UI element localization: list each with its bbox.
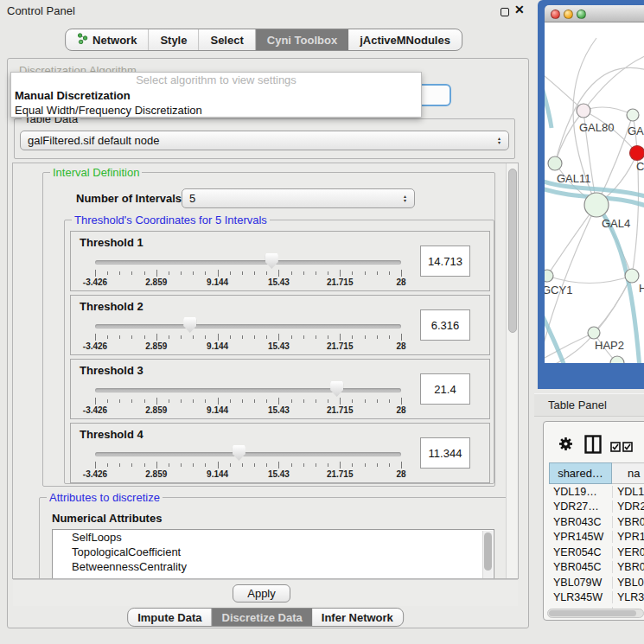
minimize-traffic-light-icon[interactable] [564,10,573,19]
select-columns-a-icon[interactable] [610,440,621,456]
dropdown-option-manual-discretization[interactable]: Manual Discretization [11,88,421,103]
tab-select[interactable]: Select [198,29,254,50]
cell-name[interactable]: YBR0 [612,561,644,573]
settings-gear-icon[interactable] [558,436,574,456]
cell-name[interactable]: YBR0 [612,516,644,528]
network-node-GCY1[interactable] [545,270,553,282]
attribute-item-topologicalcoefficient[interactable]: TopologicalCoefficient [53,545,494,559]
column-layout-icon[interactable] [584,435,602,457]
column-header-shared[interactable]: shared… [549,462,612,484]
table-row[interactable]: YDL19…YDL1 [549,484,644,500]
table-row[interactable]: YLR345WYLR3 [549,590,644,606]
cell-shared-name[interactable]: YDR27… [549,501,612,513]
cell-shared-name[interactable]: YPR145W [549,531,612,543]
network-view-window[interactable]: GAL80GACGAL11GAL4GCY1HHAP2 [538,0,644,389]
attribute-item-betweennesscentrality[interactable]: BetweennessCentrality [53,559,494,574]
tab-cyni-toolbox[interactable]: Cyni Toolbox [255,29,348,50]
tab-label: Cyni Toolbox [267,34,337,47]
network-node-GAL80[interactable] [577,104,590,118]
network-node-HAP2[interactable] [588,327,600,339]
slider-track[interactable] [95,452,401,456]
horizontal-scrollbar[interactable] [547,609,644,618]
cell-shared-name[interactable]: YLR345W [549,591,612,603]
cell-shared-name[interactable]: YDL19… [549,486,612,498]
network-canvas[interactable]: GAL80GACGAL11GAL4GCY1HHAP2 [545,22,644,363]
cell-name[interactable]: YDL1 [612,486,644,498]
table-row[interactable]: YDR27…YDR2 [549,500,644,515]
cell-name[interactable]: YPR1 [612,531,644,543]
tick-mark [352,335,353,339]
dropdown-hint-item[interactable]: Select algorithm to view settings [11,73,421,88]
slider-track[interactable] [95,260,401,265]
network-edge-thick[interactable] [545,85,552,128]
network-node-H-partial[interactable] [625,269,639,283]
network-node-red-node[interactable] [630,146,644,161]
tab-network[interactable]: Network [66,29,148,50]
network-edge[interactable] [545,73,583,111]
tab-jactivemnodules[interactable]: jActiveMNodules [348,29,462,50]
table-row[interactable]: YBR043CYBR0 [549,514,644,530]
cell-name[interactable]: YDR2 [612,501,644,513]
table-row[interactable]: YBL079WYBL0 [549,575,644,590]
tick-mark [131,335,132,339]
panel-scrollbar-thumb[interactable] [508,169,517,333]
network-edge[interactable] [583,55,644,111]
apply-button[interactable]: Apply [233,584,290,603]
network-node-GA-partial[interactable] [627,109,639,121]
close-icon[interactable]: ✕ [514,3,525,16]
numerical-attributes-title: Numerical Attributes [52,512,162,525]
cell-shared-name[interactable]: YBL079W [549,577,612,589]
threshold-value-field[interactable]: 6.316 [420,309,470,341]
threshold-value-field[interactable]: 14.713 [420,245,470,277]
cell-name[interactable]: YER0 [612,546,644,558]
cell-shared-name[interactable]: YBR045C [549,561,612,573]
list-scrollbar[interactable] [482,531,493,579]
dropdown-option-equal-width-frequency-discretization[interactable]: Equal Width/Frequency Discretization [11,103,421,118]
network-node-GAL11[interactable] [548,156,562,170]
network-edge[interactable] [547,205,596,276]
tick-mark [107,271,108,275]
slider-track[interactable] [95,388,401,392]
numerical-attributes-list[interactable]: SelfLoopsTopologicalCoefficientBetweenne… [52,529,494,579]
tick-label: 28 [396,469,405,479]
panel-scrollbar[interactable] [506,163,518,578]
horizontal-scrollbar-thumb[interactable] [549,610,636,616]
slider-handle[interactable] [265,253,278,269]
tab-impute-data[interactable]: Impute Data [128,609,211,626]
select-columns-b-icon[interactable] [622,440,633,456]
table-data-combobox[interactable]: galFiltered.sif default node ▴▾ [20,131,509,150]
close-traffic-light-icon[interactable] [551,10,560,19]
table-row[interactable]: YPR145WYPR1 [549,530,644,545]
tick-mark [266,335,267,339]
tick-label: 15.43 [268,405,290,415]
number-of-intervals-combobox[interactable]: 5 ▴▾ [182,188,415,208]
zoom-traffic-light-icon[interactable] [577,10,586,19]
list-scrollbar-thumb[interactable] [484,532,492,571]
threshold-value-field[interactable]: 21.4 [420,373,470,405]
network-edge[interactable] [547,276,632,284]
slider-handle[interactable] [183,317,196,333]
threshold-value-field[interactable]: 11.344 [420,437,470,469]
table-panel-box: shared… na YDL19…YDL1YDR27…YDR2YBR043CYB… [543,421,644,621]
slider-handle[interactable] [330,381,343,397]
table-row[interactable]: YBR045CYBR0 [549,560,644,576]
float-window-icon[interactable] [501,8,509,16]
cell-name[interactable]: YBL0 [612,577,644,589]
network-window-titlebar[interactable] [545,5,644,22]
tick-mark [95,270,96,277]
column-header-name[interactable]: na [612,462,644,484]
network-node-GAL4[interactable] [584,193,609,217]
tab-infer-network[interactable]: Infer Network [312,609,403,626]
cell-shared-name[interactable]: YBR043C [549,516,612,528]
slider-handle[interactable] [233,445,245,461]
cell-name[interactable]: YLR3 [612,591,644,603]
cell-shared-name[interactable]: YER054C [549,546,612,558]
tab-style[interactable]: Style [148,29,198,50]
tick-mark [291,463,292,467]
network-edge-thick[interactable] [545,309,565,363]
tab-discretize-data[interactable]: Discretize Data [212,609,312,626]
table-row[interactable]: YER054CYER0 [549,545,644,560]
attribute-item-selfloops[interactable]: SelfLoops [53,530,494,545]
slider-track[interactable] [95,324,401,328]
network-edge[interactable] [594,276,632,333]
